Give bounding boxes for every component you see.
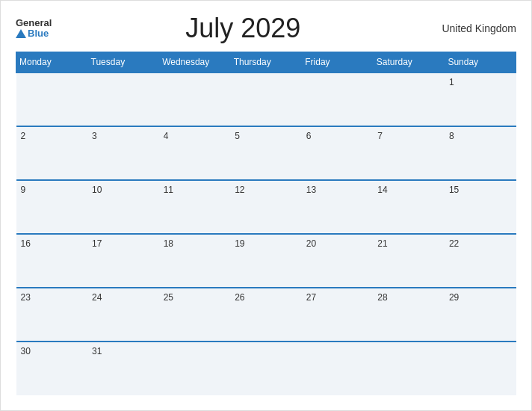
calendar-day-cell: 19 — [230, 234, 302, 288]
day-number: 9 — [21, 185, 26, 195]
calendar-day-cell: 2 — [16, 126, 88, 180]
day-number: 16 — [21, 238, 31, 249]
calendar-day-cell: 18 — [159, 234, 231, 288]
calendar-week-row: 9101112131415 — [16, 180, 516, 234]
calendar-day-cell — [16, 72, 88, 126]
logo-triangle-icon — [16, 29, 26, 38]
calendar-day-cell: 23 — [16, 288, 88, 342]
day-number: 13 — [306, 185, 316, 195]
weekday-header: Tuesday — [87, 52, 159, 73]
day-number: 20 — [306, 238, 316, 249]
weekday-header: Saturday — [373, 52, 445, 73]
day-number: 27 — [306, 292, 316, 303]
day-number: 18 — [164, 238, 173, 249]
calendar-day-cell: 3 — [87, 126, 159, 180]
calendar-day-cell: 13 — [302, 180, 374, 234]
calendar-day-cell: 15 — [445, 180, 516, 234]
calendar-title: July 2029 — [52, 13, 434, 44]
calendar-day-cell: 9 — [16, 180, 88, 234]
day-number: 17 — [92, 238, 102, 249]
day-number: 23 — [21, 292, 31, 303]
calendar-day-cell: 20 — [302, 234, 374, 288]
day-number: 3 — [92, 131, 97, 141]
day-number: 11 — [164, 185, 173, 195]
calendar-day-cell — [230, 72, 302, 126]
day-number: 14 — [377, 185, 387, 195]
calendar-container: General Blue July 2029 United Kingdom Mo… — [0, 0, 532, 411]
calendar-day-cell: 12 — [230, 180, 302, 234]
calendar-day-cell: 4 — [159, 126, 231, 180]
calendar-day-cell — [445, 342, 516, 395]
day-number: 26 — [235, 292, 244, 303]
calendar-header: General Blue July 2029 United Kingdom — [16, 13, 516, 44]
weekday-header-row: MondayTuesdayWednesdayThursdayFridaySatu… — [16, 52, 516, 73]
day-number: 5 — [235, 131, 240, 141]
calendar-week-row: 2345678 — [16, 126, 516, 180]
calendar-day-cell — [373, 72, 445, 126]
calendar-table: MondayTuesdayWednesdayThursdayFridaySatu… — [16, 52, 516, 395]
day-number: 6 — [306, 131, 312, 141]
day-number: 24 — [92, 292, 102, 303]
weekday-header: Monday — [16, 52, 88, 73]
calendar-day-cell: 7 — [373, 126, 445, 180]
day-number: 4 — [164, 131, 169, 141]
day-number: 8 — [449, 131, 454, 141]
calendar-day-cell: 27 — [302, 288, 374, 342]
logo: General Blue — [16, 18, 52, 40]
day-number: 21 — [377, 238, 387, 249]
day-number: 15 — [449, 185, 459, 195]
calendar-day-cell: 25 — [159, 288, 231, 342]
calendar-day-cell: 6 — [302, 126, 374, 180]
day-number: 28 — [377, 292, 387, 303]
logo-blue-text: Blue — [16, 28, 49, 39]
calendar-day-cell: 29 — [445, 288, 516, 342]
day-number: 31 — [92, 346, 102, 356]
day-number: 19 — [235, 238, 244, 249]
calendar-day-cell: 21 — [373, 234, 445, 288]
calendar-week-row: 23242526272829 — [16, 288, 516, 342]
weekday-header: Friday — [302, 52, 374, 73]
day-number: 2 — [21, 131, 26, 141]
calendar-day-cell — [87, 72, 159, 126]
calendar-day-cell: 17 — [87, 234, 159, 288]
calendar-day-cell: 10 — [87, 180, 159, 234]
calendar-day-cell — [159, 72, 231, 126]
calendar-day-cell: 31 — [87, 342, 159, 395]
day-number: 7 — [377, 131, 383, 141]
day-number: 12 — [235, 185, 244, 195]
calendar-day-cell: 30 — [16, 342, 88, 395]
calendar-day-cell — [302, 72, 374, 126]
day-number: 29 — [449, 292, 459, 303]
calendar-day-cell: 26 — [230, 288, 302, 342]
weekday-header: Sunday — [445, 52, 516, 73]
logo-general-text: General — [16, 18, 52, 28]
calendar-day-cell: 5 — [230, 126, 302, 180]
calendar-day-cell: 16 — [16, 234, 88, 288]
calendar-day-cell: 8 — [445, 126, 516, 180]
day-number: 25 — [164, 292, 173, 303]
calendar-day-cell: 1 — [445, 72, 516, 126]
calendar-day-cell — [159, 342, 231, 395]
day-number: 22 — [449, 238, 459, 249]
calendar-day-cell: 24 — [87, 288, 159, 342]
calendar-week-row: 16171819202122 — [16, 234, 516, 288]
calendar-day-cell — [373, 342, 445, 395]
calendar-day-cell — [230, 342, 302, 395]
day-number: 10 — [92, 185, 102, 195]
weekday-header: Wednesday — [159, 52, 231, 73]
calendar-day-cell: 22 — [445, 234, 516, 288]
calendar-day-cell: 14 — [373, 180, 445, 234]
calendar-region: United Kingdom — [434, 22, 516, 34]
calendar-day-cell: 28 — [373, 288, 445, 342]
calendar-week-row: 1 — [16, 72, 516, 126]
weekday-header: Thursday — [230, 52, 302, 73]
calendar-week-row: 3031 — [16, 342, 516, 395]
calendar-day-cell — [302, 342, 374, 395]
day-number: 1 — [449, 77, 454, 87]
day-number: 30 — [21, 346, 31, 356]
calendar-day-cell: 11 — [159, 180, 231, 234]
